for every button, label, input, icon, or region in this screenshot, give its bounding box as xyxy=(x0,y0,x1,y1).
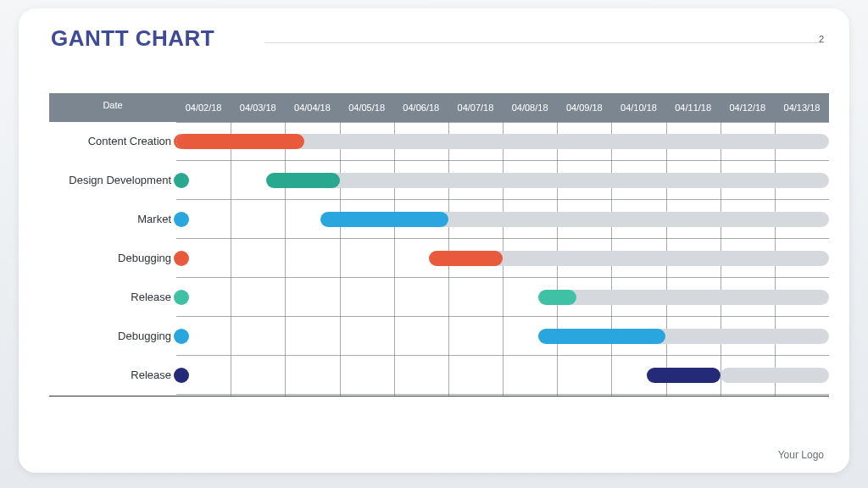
gantt-date-tick: 04/07/18 xyxy=(448,93,503,122)
gantt-row-bar xyxy=(266,173,340,188)
gantt-date-tick: 04/06/18 xyxy=(394,93,448,122)
gantt-date-tick: 04/04/18 xyxy=(285,93,339,122)
gantt-row-bar xyxy=(538,290,576,305)
gantt-row-dot xyxy=(174,212,189,227)
gantt-row-dot xyxy=(174,290,189,305)
gantt-row-track xyxy=(448,251,829,266)
chart-title: GANTT CHART xyxy=(51,25,214,52)
gantt-row-track xyxy=(285,173,829,188)
gantt-date-tick: 04/09/18 xyxy=(557,93,611,122)
gantt-row-dot xyxy=(174,173,189,188)
gantt-row-track xyxy=(557,290,829,305)
gantt-row-dot xyxy=(174,251,189,266)
gantt-rows: Content CreationDesign DevelopmentMarket… xyxy=(49,122,829,407)
gantt-row-bar xyxy=(320,212,448,227)
gantt-row: Design Development xyxy=(49,161,829,200)
gantt-header-dates: 04/02/1804/03/1804/04/1804/05/1804/06/18… xyxy=(176,93,829,122)
gantt-date-tick: 04/13/18 xyxy=(775,93,829,122)
slide-card: GANTT CHART 2 Date 04/02/1804/03/1804/04… xyxy=(19,8,849,473)
gantt-row-label: Market xyxy=(49,200,176,239)
gantt-row: Release xyxy=(49,278,829,317)
gantt-row: Debugging xyxy=(49,317,829,356)
gantt-row-label: Design Development xyxy=(49,161,176,200)
gantt-row-dot xyxy=(174,329,189,344)
gantt-row-label: Release xyxy=(49,356,176,395)
gantt-row-label: Content Creation xyxy=(49,122,176,161)
gantt-date-tick: 04/02/18 xyxy=(176,93,231,122)
gantt-row-dot xyxy=(174,368,189,383)
gantt-chart: Date 04/02/1804/03/1804/04/1804/05/1804/… xyxy=(49,93,829,407)
gantt-row-bar xyxy=(429,251,503,266)
gantt-row-bar xyxy=(176,134,304,149)
gantt-row-track xyxy=(721,368,829,383)
title-rule xyxy=(264,42,824,43)
gantt-date-tick: 04/12/18 xyxy=(721,93,775,122)
gantt-row: Release xyxy=(49,356,829,395)
footer-logo-text: Your Logo xyxy=(778,449,824,461)
gantt-row-label: Debugging xyxy=(49,239,176,278)
gantt-date-tick: 04/10/18 xyxy=(611,93,665,122)
page-number: 2 xyxy=(819,34,824,44)
gantt-date-tick: 04/08/18 xyxy=(503,93,557,122)
gantt-row: Debugging xyxy=(49,239,829,278)
gantt-date-tick: 04/03/18 xyxy=(231,93,285,122)
gantt-date-tick: 04/11/18 xyxy=(666,93,721,122)
gantt-row-label: Debugging xyxy=(49,317,176,356)
gantt-header-label: Date xyxy=(49,93,176,125)
gantt-row-bar xyxy=(647,368,721,383)
gantt-header: Date 04/02/1804/03/1804/04/1804/05/1804/… xyxy=(49,93,829,122)
gantt-row: Market xyxy=(49,200,829,239)
gantt-row-bar xyxy=(538,329,666,344)
gantt-date-tick: 04/05/18 xyxy=(340,93,394,122)
gantt-row: Content Creation xyxy=(49,122,829,161)
gantt-baseline xyxy=(49,396,829,396)
gantt-row-label: Release xyxy=(49,278,176,317)
